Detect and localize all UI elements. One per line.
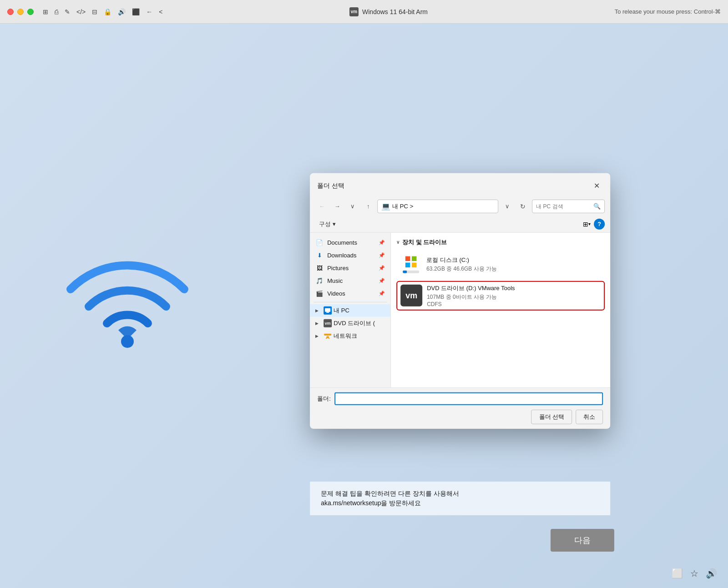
- sidebar-item-music[interactable]: 🎵 Music 📌: [310, 274, 390, 287]
- sidebar-item-pictures[interactable]: 🖼 Pictures 📌: [310, 261, 390, 274]
- view-mode-button[interactable]: ⊞ ▾: [580, 217, 593, 230]
- music-pin: 📌: [379, 278, 385, 284]
- volume-bottom-icon[interactable]: 🔊: [706, 568, 717, 579]
- videos-pin: 📌: [379, 291, 385, 297]
- local-disk-name: 로컬 디스크 (C:): [426, 256, 601, 264]
- path-arrow: >: [410, 203, 414, 210]
- address-dropdown-button[interactable]: ∨: [501, 200, 514, 212]
- pictures-icon: 🖼: [315, 264, 324, 272]
- code-icon[interactable]: </>: [76, 8, 86, 15]
- sidebar-item-downloads[interactable]: ⬇ Downloads 📌: [310, 249, 390, 261]
- network-icon: [324, 332, 332, 340]
- sidebar-item-dvd[interactable]: ▶ vm DVD 드라이브 (: [310, 317, 390, 329]
- svg-rect-5: [328, 335, 328, 336]
- local-disk-c-item[interactable]: 로컬 디스크 (C:) 63.2GB 중 46.6GB 사용 가능: [396, 251, 605, 278]
- path-text: 내 PC: [392, 202, 408, 210]
- documents-icon: 📄: [315, 238, 324, 246]
- cancel-button[interactable]: 취소: [576, 409, 603, 424]
- star-bottom-icon[interactable]: ☆: [690, 568, 698, 579]
- dialog-toolbar: 구성 ▾ ⊞ ▾ ?: [310, 216, 610, 232]
- sidebar-label-documents: Documents: [327, 239, 357, 246]
- network-chevron: ▶: [315, 333, 322, 338]
- svg-rect-10: [405, 263, 410, 268]
- mac-window-title: Windows 11 64-bit Arm: [362, 8, 428, 15]
- sidebar-label-videos: Videos: [327, 290, 345, 297]
- sidebar-label-downloads: Downloads: [327, 252, 356, 259]
- folder-input-row: 폴더:: [317, 392, 603, 405]
- network-label: 네트워크: [334, 332, 357, 340]
- folder-input[interactable]: [334, 392, 603, 405]
- mac-titlebar: ⊞ ⎙ ✎ </> ⊟ 🔒 🔊 ⬛ ← < vm Windows 11 64-b…: [0, 0, 728, 24]
- minimize-traffic-light[interactable]: [17, 9, 24, 15]
- input-icon[interactable]: ✎: [65, 8, 70, 15]
- network-message-line2: aka.ms/networksetup을 방문하세요: [321, 498, 599, 508]
- svg-rect-1: [325, 308, 330, 312]
- search-input[interactable]: [536, 203, 592, 209]
- forward-icon[interactable]: <: [159, 8, 162, 15]
- downloads-pin: 📌: [379, 252, 385, 258]
- section-title: 장치 및 드라이브: [402, 238, 447, 246]
- mac-release-hint: To release your mouse press: Control-⌘: [615, 8, 721, 15]
- section-chevron: ∨: [396, 240, 399, 245]
- section-header: ∨ 장치 및 드라이브: [396, 238, 605, 246]
- address-path[interactable]: 💻 내 PC >: [377, 199, 498, 213]
- dropdown-button[interactable]: ∨: [346, 200, 359, 212]
- svg-rect-9: [412, 256, 417, 261]
- dialog-close-button[interactable]: ✕: [590, 179, 603, 192]
- mac-toolbar: ⊞ ⎙ ✎ </> ⊟ 🔒 🔊 ⬛ ← <: [43, 8, 162, 15]
- sidebar-separator: [313, 302, 387, 302]
- sidebar-item-documents[interactable]: 📄 Documents 📌: [310, 236, 390, 249]
- help-button[interactable]: ?: [594, 218, 605, 229]
- view-dropdown-arrow: ▾: [588, 221, 591, 226]
- select-folder-button[interactable]: 폴더 선택: [531, 409, 572, 424]
- grid-view-icon: ⊞: [583, 220, 588, 227]
- music-icon: 🎵: [315, 276, 324, 285]
- vmware-drive-icon: vm: [400, 285, 422, 307]
- dvd-icon: vm: [324, 319, 332, 327]
- sidebar-toggle-icon[interactable]: ⊞: [43, 8, 48, 15]
- dialog-buttons: 폴더 선택 취소: [317, 409, 603, 424]
- next-button[interactable]: 다음: [551, 529, 614, 552]
- forward-button[interactable]: →: [331, 200, 344, 212]
- up-button[interactable]: ↑: [362, 200, 374, 212]
- sidebar-label-music: Music: [327, 277, 343, 284]
- videos-icon: 🎬: [315, 289, 324, 297]
- refresh-button[interactable]: ↻: [516, 200, 529, 212]
- back-button[interactable]: ←: [315, 200, 328, 212]
- sidebar-label-pictures: Pictures: [327, 265, 349, 271]
- display-bottom-icon[interactable]: ⬜: [672, 568, 683, 579]
- dvd-drive-fs: CDFS: [427, 301, 601, 307]
- screenshot-icon[interactable]: ⎙: [55, 8, 58, 15]
- local-disk-icon: [400, 253, 422, 275]
- dialog-body: 📄 Documents 📌 ⬇ Downloads 📌 🖼 Pictures 📌…: [310, 232, 610, 387]
- sidebar-item-my-pc[interactable]: ▶ 내 PC: [310, 304, 390, 317]
- svg-rect-6: [326, 338, 327, 339]
- local-disk-details: 63.2GB 중 46.6GB 사용 가능: [426, 265, 601, 273]
- path-pc-icon: 💻: [381, 202, 390, 211]
- sidebar-item-network[interactable]: ▶ 네트워크: [310, 329, 390, 342]
- svg-rect-11: [412, 263, 417, 268]
- mac-title-center: vm Windows 11 64-bit Arm: [167, 7, 610, 16]
- maximize-traffic-light[interactable]: [27, 9, 34, 15]
- dvd-drive-d-item[interactable]: vm DVD 드라이브 (D:) VMware Tools 107MB 중 0바…: [396, 281, 605, 310]
- sidebar-item-videos[interactable]: 🎬 Videos 📌: [310, 287, 390, 300]
- my-pc-label: 내 PC: [334, 306, 349, 314]
- lock-icon[interactable]: 🔒: [104, 8, 111, 15]
- svg-rect-2: [326, 312, 329, 312]
- organize-button[interactable]: 구성 ▾: [315, 217, 339, 230]
- local-disk-info: 로컬 디스크 (C:) 63.2GB 중 46.6GB 사용 가능: [426, 256, 601, 273]
- documents-pin: 📌: [379, 240, 385, 246]
- back-icon[interactable]: ←: [146, 8, 152, 15]
- my-pc-chevron: ▶: [315, 308, 322, 312]
- close-traffic-light[interactable]: [7, 9, 14, 15]
- display-icon[interactable]: ⬛: [132, 8, 140, 15]
- svg-rect-7: [329, 338, 329, 339]
- audio-icon[interactable]: 🔊: [118, 8, 126, 15]
- next-button-area: 다음: [551, 529, 614, 552]
- network-message-line1: 문제 해결 팁을 확인하려면 다른 장치를 사용해서: [321, 489, 599, 498]
- dvd-drive-details: 107MB 중 0바이트 사용 가능: [427, 293, 601, 301]
- disk-icon[interactable]: ⊟: [92, 8, 97, 15]
- dialog-titlebar: 폴더 선택 ✕: [310, 173, 610, 196]
- dvd-label: DVD 드라이브 (: [334, 319, 375, 327]
- svg-rect-8: [405, 256, 410, 261]
